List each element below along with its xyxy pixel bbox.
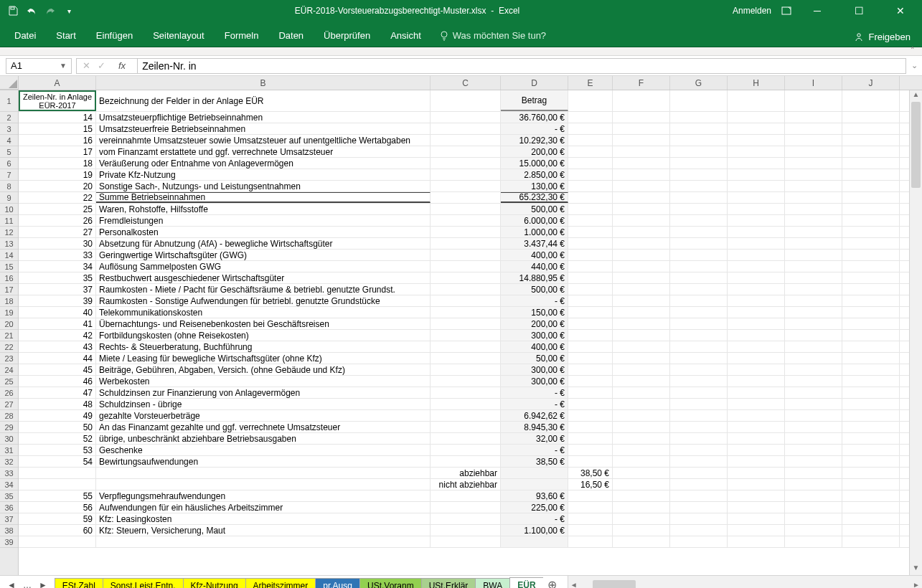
cell[interactable] — [728, 307, 785, 318]
cell[interactable] — [842, 261, 900, 272]
cell[interactable] — [785, 90, 842, 111]
cell[interactable]: 56 — [19, 502, 96, 513]
cell[interactable] — [670, 410, 728, 421]
cell[interactable] — [613, 146, 670, 157]
column-header-J[interactable]: J — [842, 76, 900, 90]
cell[interactable]: 6.000,00 € — [501, 215, 568, 226]
scroll-down-icon[interactable]: ▼ — [910, 564, 922, 575]
cell[interactable] — [568, 353, 613, 364]
cell[interactable] — [431, 192, 501, 203]
row-header[interactable]: 10 — [0, 204, 18, 215]
cell[interactable]: Aufwendungen für ein häusliches Arbeitsz… — [96, 502, 431, 513]
cell[interactable]: 16 — [19, 135, 96, 146]
cell[interactable] — [728, 181, 785, 191]
row-header[interactable]: 28 — [0, 410, 18, 422]
row-header[interactable]: 14 — [0, 250, 18, 261]
cell[interactable] — [670, 238, 728, 249]
cell[interactable] — [613, 238, 670, 249]
cell[interactable] — [613, 330, 670, 341]
cell[interactable]: 225,00 € — [501, 502, 568, 513]
cell[interactable] — [842, 307, 900, 318]
cell[interactable]: 42 — [19, 330, 96, 341]
accept-formula-icon[interactable]: ✓ — [98, 60, 105, 71]
cell[interactable] — [670, 227, 728, 237]
cell[interactable] — [728, 387, 785, 398]
cell[interactable] — [842, 387, 900, 398]
cell[interactable] — [842, 250, 900, 260]
cell[interactable] — [842, 169, 900, 180]
cell[interactable]: 500,00 € — [501, 204, 568, 214]
cell[interactable] — [728, 445, 785, 455]
share-button[interactable]: Freigeben — [847, 32, 918, 47]
cell[interactable] — [568, 295, 613, 306]
cell[interactable] — [568, 525, 613, 536]
cell[interactable] — [670, 502, 728, 513]
cell[interactable]: 300,00 € — [501, 364, 568, 375]
cell[interactable] — [613, 376, 670, 387]
cell[interactable] — [613, 422, 670, 432]
cell[interactable] — [842, 490, 900, 501]
column-header-B[interactable]: B — [96, 76, 431, 90]
cell[interactable] — [568, 192, 613, 203]
cell[interactable] — [613, 479, 670, 490]
tell-me[interactable]: Was möchten Sie tun? — [431, 24, 555, 47]
cell[interactable] — [842, 410, 900, 421]
cell[interactable] — [431, 215, 501, 226]
cell[interactable] — [785, 112, 842, 123]
cell[interactable] — [568, 490, 613, 501]
cell[interactable] — [728, 169, 785, 180]
cell[interactable] — [568, 422, 613, 432]
cell[interactable] — [785, 525, 842, 536]
cell[interactable] — [670, 272, 728, 283]
cell[interactable] — [842, 422, 900, 432]
cell[interactable] — [842, 513, 900, 524]
cell[interactable] — [613, 433, 670, 444]
row-header[interactable]: 36 — [0, 502, 18, 513]
cell[interactable]: Geringwertige Wirtschaftsgüter (GWG) — [96, 250, 431, 260]
cell[interactable] — [785, 123, 842, 134]
signin-button[interactable]: Anmelden — [733, 6, 771, 16]
row-header[interactable]: 27 — [0, 399, 18, 410]
cell[interactable] — [670, 318, 728, 329]
cell[interactable] — [842, 468, 900, 478]
cell[interactable] — [670, 295, 728, 306]
row-header[interactable]: 13 — [0, 238, 18, 250]
cell[interactable]: 54 — [19, 456, 96, 467]
cell[interactable]: Waren, Rohstoffe, Hilfsstoffe — [96, 204, 431, 214]
cell[interactable] — [728, 502, 785, 513]
cell[interactable] — [501, 536, 568, 547]
cell[interactable] — [670, 422, 728, 432]
row-header[interactable]: 37 — [0, 513, 18, 525]
cell[interactable]: - € — [501, 513, 568, 524]
cell[interactable] — [785, 204, 842, 214]
cell[interactable] — [728, 376, 785, 387]
cell[interactable] — [613, 456, 670, 467]
cell[interactable] — [613, 399, 670, 409]
sheet-tab-bwa[interactable]: BWA — [475, 578, 510, 588]
column-header-G[interactable]: G — [670, 76, 728, 90]
cell[interactable]: Übernachtungs- und Reisenebenkosten bei … — [96, 318, 431, 329]
cell[interactable] — [670, 525, 728, 536]
cell[interactable] — [670, 433, 728, 444]
row-header[interactable]: 7 — [0, 169, 18, 181]
cell[interactable] — [728, 204, 785, 214]
cell[interactable] — [431, 422, 501, 432]
cell[interactable] — [785, 376, 842, 387]
ribbon-tab-daten[interactable]: Daten — [268, 24, 314, 47]
cell[interactable] — [431, 169, 501, 180]
cell[interactable]: 14 — [19, 112, 96, 123]
cell[interactable] — [728, 433, 785, 444]
cell[interactable] — [670, 261, 728, 272]
cell[interactable] — [785, 422, 842, 432]
cell[interactable] — [842, 158, 900, 169]
cell[interactable] — [785, 238, 842, 249]
cell[interactable] — [842, 330, 900, 341]
row-header[interactable]: 33 — [0, 468, 18, 479]
formula-expand-icon[interactable]: ⌄ — [906, 61, 922, 70]
cell[interactable] — [785, 456, 842, 467]
cell[interactable] — [728, 536, 785, 547]
cell[interactable] — [670, 158, 728, 169]
cell[interactable]: vereinnahmte Umsatzsteuer sowie Umsatzst… — [96, 135, 431, 146]
cell[interactable]: 18 — [19, 158, 96, 169]
cell[interactable] — [670, 135, 728, 146]
